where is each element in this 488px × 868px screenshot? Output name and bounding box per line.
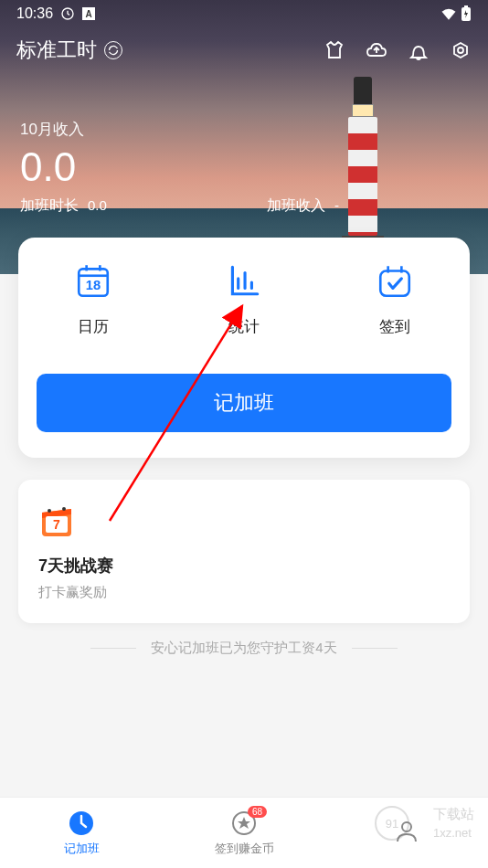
status-indicator: A [82, 7, 95, 20]
overtime-hours-label: 加班时长 [20, 196, 79, 216]
svg-rect-2 [464, 5, 468, 7]
main-nav-card: 18 日历 统计 签到 记加班 [18, 238, 470, 458]
status-bar: 10:36 A [0, 0, 488, 27]
settings-icon[interactable] [450, 39, 472, 61]
svg-point-17 [48, 509, 51, 513]
nav-calendar[interactable]: 18 日历 [72, 259, 114, 337]
app-header: 标准工时 [0, 37, 488, 64]
wifi-icon [440, 7, 457, 20]
svg-point-3 [458, 48, 463, 53]
overtime-income[interactable]: 加班收入 - [221, 196, 468, 216]
lighthouse-graphic [340, 77, 386, 241]
svg-rect-12 [380, 271, 409, 296]
svg-point-22 [402, 822, 411, 831]
nav-stats-label: 统计 [228, 316, 260, 337]
overtime-hours-value: 0.0 [88, 197, 107, 213]
clock-icon [60, 6, 75, 21]
svg-text:7: 7 [53, 517, 60, 532]
calendar-icon: 18 [72, 259, 114, 302]
app-title-text: 标准工时 [16, 37, 97, 64]
status-time: 10:36 [16, 5, 53, 22]
overtime-income-label: 加班收入 [267, 196, 325, 216]
overtime-stats: 加班时长 0.0 加班收入 - [0, 196, 488, 216]
header-actions [324, 39, 472, 61]
cloud-upload-icon[interactable] [366, 39, 387, 61]
guard-message: 安心记加班已为您守护工资4天 [0, 640, 488, 657]
bell-icon[interactable] [408, 39, 430, 61]
checkin-icon [374, 259, 416, 302]
challenge-card[interactable]: 7 7天挑战赛 打卡赢奖励 [18, 480, 470, 623]
person-nav-icon [393, 818, 420, 845]
sync-icon [104, 41, 122, 59]
challenge-subtitle: 打卡赢奖励 [38, 584, 450, 601]
hero-section: 标准工时 10月收入 0.0 加班时长 0.0 加班收入 - [0, 0, 488, 274]
challenge-title: 7天挑战赛 [38, 555, 450, 577]
bottom-nav-record[interactable]: 记加班 [0, 798, 163, 868]
bottom-nav-coins-label: 签到赚金币 [215, 841, 274, 857]
svg-text:18: 18 [86, 279, 101, 293]
bottom-nav-mine[interactable] [325, 798, 488, 868]
record-button-label: 记加班 [214, 389, 274, 417]
clock-nav-icon [68, 810, 95, 837]
guard-message-text: 安心记加班已为您守护工资4天 [151, 640, 336, 657]
star-nav-icon: 68 [230, 810, 258, 837]
bottom-nav-record-label: 记加班 [64, 841, 100, 857]
battery-icon [461, 5, 472, 22]
nav-calendar-label: 日历 [78, 316, 109, 337]
stats-icon [223, 259, 265, 302]
shirt-icon[interactable] [324, 39, 345, 61]
overtime-income-value: - [334, 197, 339, 213]
app-title[interactable]: 标准工时 [16, 37, 122, 64]
bottom-nav-coins[interactable]: 68 签到赚金币 [163, 798, 325, 868]
bottom-navigation: 记加班 68 签到赚金币 [0, 797, 488, 868]
nav-stats[interactable]: 统计 [223, 259, 265, 337]
nav-checkin[interactable]: 签到 [374, 259, 416, 337]
income-display[interactable]: 10月收入 0.0 [20, 119, 84, 192]
record-overtime-button[interactable]: 记加班 [37, 374, 451, 432]
income-label: 10月收入 [20, 119, 84, 140]
coins-badge: 68 [248, 806, 267, 818]
overtime-hours[interactable]: 加班时长 0.0 [20, 196, 221, 216]
challenge-calendar-icon: 7 [38, 502, 75, 538]
income-value: 0.0 [20, 143, 84, 192]
svg-point-18 [62, 507, 66, 511]
nav-checkin-label: 签到 [379, 316, 410, 337]
